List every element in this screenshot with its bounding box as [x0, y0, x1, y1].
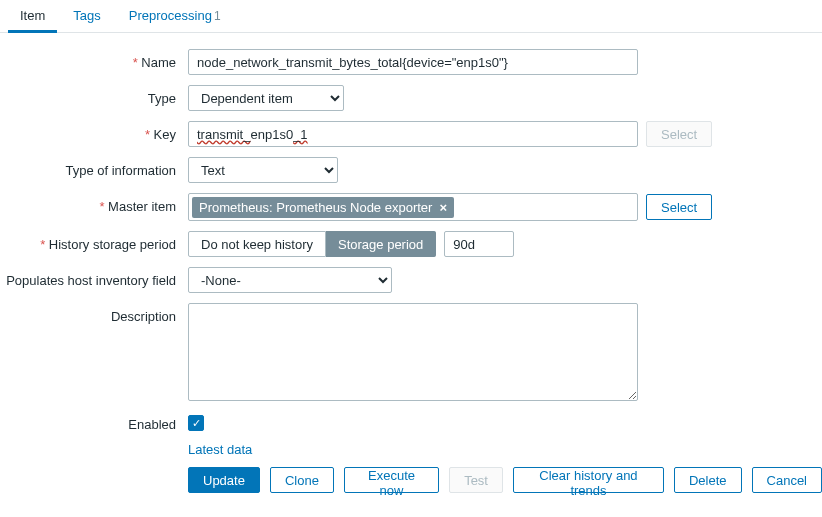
master-item-input[interactable]: Prometheus: Prometheus Node exporter × — [188, 193, 638, 221]
check-icon: ✓ — [192, 418, 201, 429]
latest-data-link[interactable]: Latest data — [188, 442, 252, 457]
label-key: Key — [0, 121, 188, 142]
item-form: Name Type Dependent item Key transmit_en… — [0, 33, 822, 515]
label-type: Type — [0, 85, 188, 106]
tab-tags[interactable]: Tags — [61, 0, 112, 32]
key-part2: enp1s0 — [250, 127, 293, 142]
key-part1: transmit_ — [197, 127, 250, 142]
label-enabled: Enabled — [0, 411, 188, 432]
history-segment: Do not keep history Storage period — [188, 231, 436, 257]
history-period-button[interactable]: Storage period — [326, 231, 436, 257]
key-input[interactable]: transmit_enp1s0_1 — [188, 121, 638, 147]
action-buttons: Update Clone Execute now Test Clear hist… — [188, 467, 822, 493]
tab-item[interactable]: Item — [8, 0, 57, 32]
key-select-button: Select — [646, 121, 712, 147]
clear-history-button[interactable]: Clear history and trends — [513, 467, 664, 493]
name-input[interactable] — [188, 49, 638, 75]
tab-preprocessing-label: Preprocessing — [129, 8, 212, 23]
label-info: Type of information — [0, 157, 188, 178]
clone-button[interactable]: Clone — [270, 467, 334, 493]
info-select[interactable]: Text — [188, 157, 338, 183]
inventory-select[interactable]: -None- — [188, 267, 392, 293]
close-icon[interactable]: × — [439, 200, 447, 215]
label-master: Master item — [0, 193, 188, 214]
label-description: Description — [0, 303, 188, 324]
label-name: Name — [0, 49, 188, 70]
tabs: Item Tags Preprocessing1 — [0, 0, 822, 33]
history-days-input[interactable] — [444, 231, 514, 257]
label-inventory: Populates host inventory field — [0, 267, 188, 288]
update-button[interactable]: Update — [188, 467, 260, 493]
master-select-button[interactable]: Select — [646, 194, 712, 220]
tab-preprocessing-count: 1 — [214, 9, 221, 23]
cancel-button[interactable]: Cancel — [752, 467, 822, 493]
type-select[interactable]: Dependent item — [188, 85, 344, 111]
label-history: History storage period — [0, 231, 188, 252]
test-button: Test — [449, 467, 503, 493]
description-textarea[interactable] — [188, 303, 638, 401]
tab-preprocessing[interactable]: Preprocessing1 — [117, 0, 233, 32]
delete-button[interactable]: Delete — [674, 467, 742, 493]
execute-now-button[interactable]: Execute now — [344, 467, 439, 493]
key-part3: _1 — [293, 127, 307, 142]
history-nokeep-button[interactable]: Do not keep history — [188, 231, 326, 257]
tab-tags-label: Tags — [73, 8, 100, 23]
tab-item-label: Item — [20, 8, 45, 23]
master-item-chip-label: Prometheus: Prometheus Node exporter — [199, 200, 432, 215]
master-item-chip: Prometheus: Prometheus Node exporter × — [192, 197, 454, 218]
enabled-checkbox[interactable]: ✓ — [188, 415, 204, 431]
